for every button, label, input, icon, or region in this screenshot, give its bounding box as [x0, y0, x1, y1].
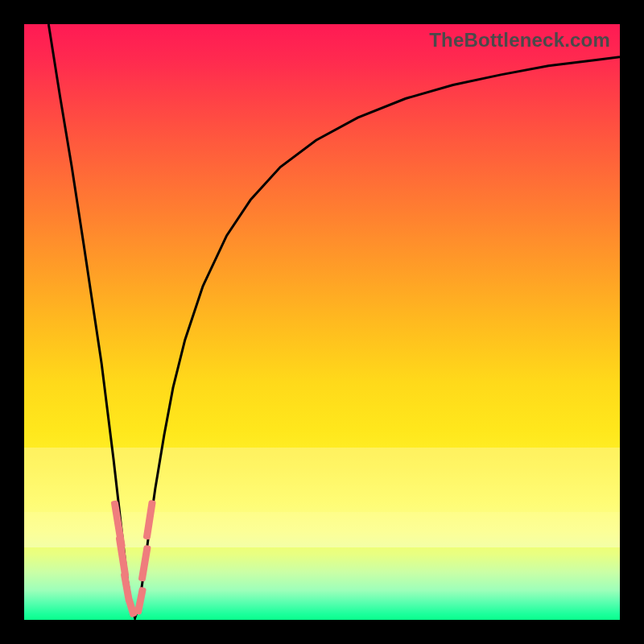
- plot-area: TheBottleneck.com: [24, 24, 620, 620]
- chart-frame: TheBottleneck.com: [0, 0, 644, 644]
- bottleneck-curve: [24, 24, 620, 620]
- watermark-text: TheBottleneck.com: [429, 29, 610, 52]
- curve-path: [48, 24, 620, 618]
